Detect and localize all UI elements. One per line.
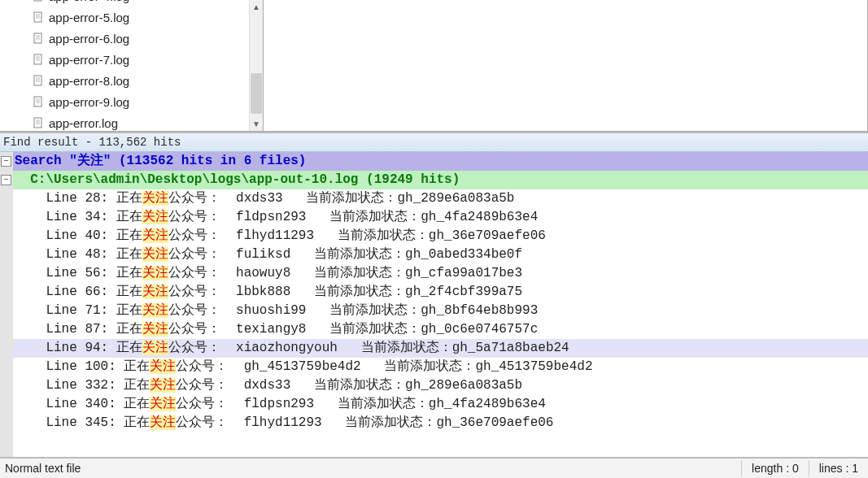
search-keyword: 关注 — [150, 378, 176, 393]
top-pane: app-error-4.logapp-error-5.logapp-error-… — [0, 0, 868, 133]
result-line[interactable]: Line 71: 正在关注公众号： shuoshi99 当前添加状态：gh_8b… — [13, 302, 868, 320]
status-lines-label: lines : — [819, 462, 849, 475]
result-line[interactable]: Line 56: 正在关注公众号： haowuy8 当前添加状态：gh_cfa9… — [13, 264, 868, 283]
file-tree-item-label: app-error-7.log — [49, 53, 129, 67]
result-line[interactable]: Line 48: 正在关注公众号： fuliksd 当前添加状态：gh_0abe… — [13, 246, 868, 264]
status-lines-value: 1 — [852, 462, 858, 475]
file-tree-item-label: app-error-5.log — [49, 11, 129, 24]
file-tree[interactable]: app-error-4.logapp-error-5.logapp-error-… — [0, 0, 263, 131]
result-line[interactable]: Line 332: 正在关注公众号： dxds33 当前添加状态：gh_289e… — [13, 376, 868, 395]
search-keyword: 关注 — [142, 210, 168, 224]
file-tree-panel: app-error-4.logapp-error-5.logapp-error-… — [0, 0, 264, 132]
search-header-line[interactable]: Search "关注" (113562 hits in 6 files) — [13, 152, 868, 171]
status-filetype: Normal text file — [0, 462, 81, 475]
file-tree-item[interactable]: app-error-5.log — [33, 7, 263, 28]
search-keyword: 关注 — [150, 415, 176, 430]
document-icon — [33, 11, 44, 23]
result-line[interactable]: Line 100: 正在关注公众号： gh_4513759be4d2 当前添加状… — [13, 358, 868, 376]
status-lines: lines : 1 — [809, 462, 868, 475]
svg-rect-24 — [34, 118, 41, 128]
scroll-up-icon[interactable]: ▲ — [250, 0, 263, 14]
file-tree-item[interactable]: app-error-7.log — [33, 49, 263, 70]
svg-rect-20 — [34, 97, 41, 106]
status-length-label: length : — [752, 462, 789, 475]
document-icon — [33, 75, 44, 86]
fold-toggle-icon[interactable]: − — [1, 156, 11, 167]
svg-rect-4 — [34, 12, 41, 22]
file-tree-item-label: app-error-6.log — [49, 32, 129, 46]
document-icon — [33, 0, 44, 2]
document-icon — [33, 54, 44, 65]
fold-toggle-icon[interactable]: − — [1, 175, 11, 185]
search-keyword: 关注 — [142, 247, 168, 262]
file-tree-item[interactable]: app-error-8.log — [33, 70, 263, 91]
search-keyword: 关注 — [142, 322, 168, 337]
result-line[interactable]: Line 345: 正在关注公众号： flhyd11293 当前添加状态：gh_… — [13, 414, 868, 432]
result-line[interactable]: Line 40: 正在关注公众号： flhyd11293 当前添加状态：gh_3… — [13, 227, 868, 246]
result-line[interactable]: Line 34: 正在关注公众号： fldpsn293 当前添加状态：gh_4f… — [13, 208, 868, 227]
document-pane[interactable] — [264, 0, 868, 132]
file-tree-item-label: app-error.log — [49, 116, 118, 130]
status-length-value: 0 — [792, 462, 799, 475]
file-tree-item[interactable]: app-error-9.log — [33, 91, 263, 112]
document-icon — [33, 117, 44, 128]
file-tree-scrollbar[interactable]: ▲ ▼ — [249, 0, 263, 131]
find-result-bar: Find result - 113,562 hits — [0, 133, 868, 152]
result-line[interactable]: Line 28: 正在关注公众号： dxds33 当前添加状态：gh_289e6… — [13, 189, 868, 208]
search-keyword: 关注 — [142, 191, 168, 206]
result-line[interactable]: Line 87: 正在关注公众号： texiangy8 当前添加状态：gh_0c… — [13, 320, 868, 339]
file-tree-item[interactable]: app-error.log — [33, 112, 263, 131]
result-line[interactable]: Line 94: 正在关注公众号： xiaozhongyouh 当前添加状态：g… — [13, 339, 868, 358]
file-tree-item[interactable]: app-error-4.log — [33, 0, 263, 7]
file-header-line[interactable]: C:\Users\admin\Desktop\logs\app-out-10.l… — [13, 171, 868, 189]
fold-gutter: − − — [0, 152, 13, 457]
search-keyword: 关注 — [142, 285, 168, 299]
svg-rect-8 — [34, 33, 41, 43]
status-bar: Normal text file length : 0 lines : 1 — [0, 457, 868, 478]
search-keyword: 关注 — [142, 228, 168, 243]
document-icon — [33, 96, 44, 107]
search-keyword: 关注 — [150, 359, 176, 374]
search-keyword: 关注 — [142, 341, 168, 355]
status-length: length : 0 — [742, 462, 809, 475]
file-tree-item-label: app-error-4.log — [49, 0, 129, 3]
search-keyword: 关注 — [142, 266, 168, 280]
file-tree-item-label: app-error-8.log — [49, 74, 129, 88]
scroll-down-icon[interactable]: ▼ — [250, 117, 263, 131]
svg-rect-0 — [34, 0, 41, 1]
svg-rect-12 — [34, 54, 41, 64]
result-line[interactable]: Line 66: 正在关注公众号： lbbk888 当前添加状态：gh_2f4c… — [13, 283, 868, 302]
find-results-pane[interactable]: − − Search "关注" (113562 hits in 6 files)… — [0, 152, 868, 457]
file-tree-item[interactable]: app-error-6.log — [33, 28, 263, 49]
search-keyword: 关注 — [142, 303, 168, 318]
svg-rect-16 — [34, 76, 41, 85]
file-tree-item-label: app-error-9.log — [49, 95, 129, 109]
search-keyword: 关注 — [150, 397, 176, 411]
document-icon — [33, 33, 44, 44]
result-line[interactable]: Line 340: 正在关注公众号： fldpsn293 当前添加状态：gh_4… — [13, 395, 868, 414]
scroll-thumb[interactable] — [251, 73, 262, 114]
